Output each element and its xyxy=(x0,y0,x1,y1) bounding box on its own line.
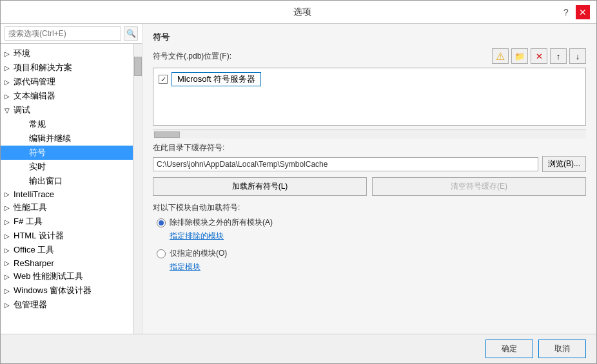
help-button[interactable]: ? xyxy=(559,5,573,19)
tree-arrow-texteditor: ▷ xyxy=(5,93,14,100)
tree-item-debug-output[interactable]: 输出窗口 xyxy=(1,174,133,188)
microsoft-symbol-server-label: Microsoft 符号服务器 xyxy=(171,72,261,86)
tree-item-fsharp[interactable]: ▷F# 工具 xyxy=(1,215,133,229)
tree-arrow-project: ▷ xyxy=(5,64,14,72)
down-icon-btn[interactable]: ↓ xyxy=(569,48,586,64)
tree-label-texteditor: 文本编辑器 xyxy=(14,90,129,102)
cache-dir-input[interactable] xyxy=(153,157,538,171)
tree-arrow-perf: ▷ xyxy=(5,204,14,211)
warning-icon: ⚠ xyxy=(496,50,505,62)
cancel-button[interactable]: 取消 xyxy=(538,340,586,358)
tree-label-fsharp: F# 工具 xyxy=(14,216,129,227)
title-bar: 选项 ? ✕ xyxy=(1,1,596,24)
tree-item-project[interactable]: ▷项目和解决方案 xyxy=(1,61,133,75)
tree-label-intellitrace: IntelliTrace xyxy=(14,189,129,199)
tree-label-perf: 性能工具 xyxy=(14,202,129,213)
search-area: 🔍 xyxy=(1,24,142,44)
cache-dir-row: 浏览(B)... xyxy=(153,156,586,172)
tree-arrow-pkgmgr: ▷ xyxy=(5,302,14,309)
tree-item-source[interactable]: ▷源代码管理 xyxy=(1,75,133,89)
search-input[interactable] xyxy=(5,26,121,41)
tree-arrow-debug: ▽ xyxy=(5,107,14,114)
tree-arrow-resharper: ▷ xyxy=(5,260,14,267)
load-all-symbols-button[interactable]: 加载所有符号(L) xyxy=(153,177,367,196)
tree-item-resharper[interactable]: ▷ReSharper xyxy=(1,257,133,269)
tree-label-debug: 调试 xyxy=(14,104,129,116)
radio-specified-modules[interactable] xyxy=(157,249,166,258)
microsoft-symbol-server-checkbox[interactable] xyxy=(159,75,168,84)
close-button[interactable]: ✕ xyxy=(576,5,590,19)
tree-item-debug-editcontinue[interactable]: 编辑并继续 xyxy=(1,131,133,146)
clear-cache-button[interactable]: 清空符号缓存(E) xyxy=(372,177,586,196)
symbol-file-label: 符号文件(.pdb)位置(F): xyxy=(153,51,231,62)
tree-item-debug-symbols[interactable]: 符号 xyxy=(1,146,133,160)
symbol-list-item: Microsoft 符号服务器 xyxy=(156,71,583,88)
browse-button[interactable]: 浏览(B)... xyxy=(542,156,586,172)
bottom-bar: 确定 取消 xyxy=(1,334,596,363)
folder-icon-btn[interactable]: 📁 xyxy=(511,48,528,64)
tree-label-source: 源代码管理 xyxy=(14,76,129,88)
right-panel: 符号 符号文件(.pdb)位置(F): ⚠ 📁 ✕ ↑ ↓ xyxy=(142,24,596,334)
radio-all-modules-row: 除排除模块之外的所有模块(A) xyxy=(153,217,586,228)
cache-dir-label: 在此目录下缓存符号: xyxy=(153,142,586,153)
tree-arrow-fsharp: ▷ xyxy=(5,218,14,225)
symbol-list-box: Microsoft 符号服务器 xyxy=(153,68,586,126)
dialog-title: 选项 xyxy=(46,6,559,18)
tree-label-debug-realtime: 实时 xyxy=(29,161,129,173)
specify-modules-link[interactable]: 指定模块 xyxy=(153,262,586,273)
up-icon-btn[interactable]: ↑ xyxy=(550,48,567,64)
tree-item-windows[interactable]: ▷Windows 窗体设计器 xyxy=(1,283,133,298)
tree-item-debug-realtime[interactable]: 实时 xyxy=(1,160,133,174)
delete-icon-btn[interactable]: ✕ xyxy=(531,48,547,64)
tree-arrow-intellitrace: ▷ xyxy=(5,191,14,198)
horizontal-scrollbar[interactable] xyxy=(153,129,586,139)
tree-label-webperf: Web 性能测试工具 xyxy=(14,271,129,282)
tree-item-office[interactable]: ▷Office 工具 xyxy=(1,243,133,257)
tree-label-office: Office 工具 xyxy=(14,244,129,256)
up-arrow-icon: ↑ xyxy=(556,52,561,61)
tree-item-debug[interactable]: ▽调试 xyxy=(1,103,133,117)
main-content: 🔍 ▷环境▷项目和解决方案▷源代码管理▷文本编辑器▽调试常规编辑并继续符号实时输… xyxy=(1,24,596,334)
left-panel: 🔍 ▷环境▷项目和解决方案▷源代码管理▷文本编辑器▽调试常规编辑并继续符号实时输… xyxy=(1,24,142,334)
tree-arrow-webperf: ▷ xyxy=(5,273,14,280)
tree-arrow-html: ▷ xyxy=(5,233,14,240)
tree-arrow-env: ▷ xyxy=(5,50,14,57)
vertical-scrollbar[interactable] xyxy=(133,44,142,334)
tree-arrow-office: ▷ xyxy=(5,247,14,254)
scrollbar-thumb xyxy=(154,131,180,138)
tree-label-project: 项目和解决方案 xyxy=(14,62,129,73)
tree-label-html: HTML 设计器 xyxy=(14,230,129,242)
down-arrow-icon: ↓ xyxy=(576,52,580,61)
tree-item-texteditor[interactable]: ▷文本编辑器 xyxy=(1,89,133,103)
tree-item-html[interactable]: ▷HTML 设计器 xyxy=(1,229,133,243)
delete-icon: ✕ xyxy=(536,52,543,61)
symbol-file-row: 符号文件(.pdb)位置(F): ⚠ 📁 ✕ ↑ ↓ xyxy=(153,48,586,64)
tree-label-resharper: ReSharper xyxy=(14,258,129,268)
tree-label-debug-general: 常规 xyxy=(29,119,129,130)
tree-label-debug-symbols: 符号 xyxy=(29,147,129,158)
ok-button[interactable]: 确定 xyxy=(485,340,533,358)
radio-specified-modules-row: 仅指定的模块(O) xyxy=(153,248,586,259)
tree-label-pkgmgr: 包管理器 xyxy=(14,299,129,311)
tree-item-webperf[interactable]: ▷Web 性能测试工具 xyxy=(1,269,133,283)
tree-item-debug-general[interactable]: 常规 xyxy=(1,117,133,131)
radio-all-modules[interactable] xyxy=(157,218,166,227)
action-buttons: 加载所有符号(L) 清空符号缓存(E) xyxy=(153,177,586,196)
search-icon[interactable]: 🔍 xyxy=(124,26,138,41)
tree-label-env: 环境 xyxy=(14,48,129,59)
tree-arrow-source: ▷ xyxy=(5,79,14,86)
radio-specified-modules-label: 仅指定的模块(O) xyxy=(170,248,227,259)
folder-icon: 📁 xyxy=(514,52,525,61)
tree-item-pkgmgr[interactable]: ▷包管理器 xyxy=(1,298,133,312)
tree-container: ▷环境▷项目和解决方案▷源代码管理▷文本编辑器▽调试常规编辑并继续符号实时输出窗… xyxy=(1,44,133,334)
specify-excluded-link[interactable]: 指定排除的模块 xyxy=(153,231,586,242)
tree-item-perf[interactable]: ▷性能工具 xyxy=(1,200,133,215)
options-dialog: 选项 ? ✕ 🔍 ▷环境▷项目和解决方案▷源代码管理▷文本编辑器▽调试常规编辑并… xyxy=(0,0,597,364)
warning-icon-btn[interactable]: ⚠ xyxy=(492,48,509,64)
title-controls: ? ✕ xyxy=(559,5,590,19)
tree-wrapper: ▷环境▷项目和解决方案▷源代码管理▷文本编辑器▽调试常规编辑并继续符号实时输出窗… xyxy=(1,44,142,334)
tree-item-intellitrace[interactable]: ▷IntelliTrace xyxy=(1,188,133,200)
radio-all-modules-label: 除排除模块之外的所有模块(A) xyxy=(170,217,273,228)
auto-load-label: 对以下模块自动加载符号: xyxy=(153,202,586,213)
tree-item-env[interactable]: ▷环境 xyxy=(1,46,133,61)
